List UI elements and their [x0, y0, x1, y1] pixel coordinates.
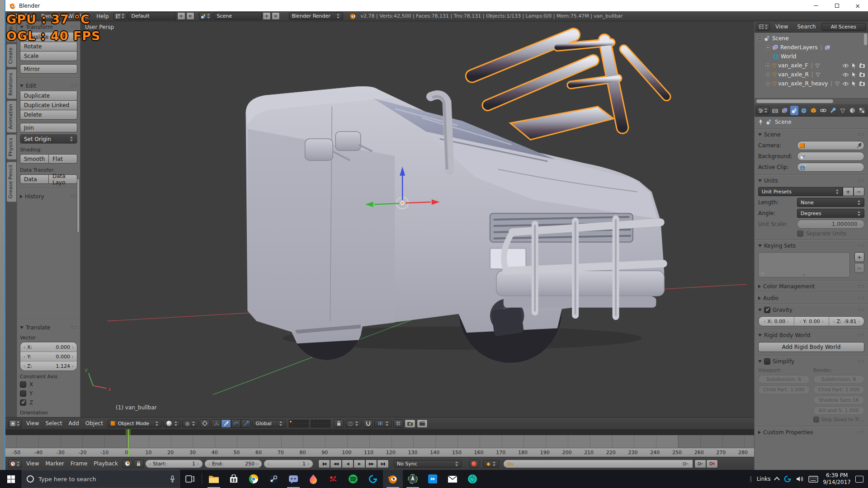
transform-button[interactable]: Rotate	[20, 42, 77, 52]
jump-to-start-button[interactable]: ▮◀	[318, 460, 330, 468]
keying-set-add-button[interactable]: +	[854, 252, 864, 262]
taskbar-clock[interactable]: 6:39 PM 9/14/2017	[823, 472, 851, 486]
render-engine-select[interactable]: Blender Render	[289, 12, 343, 20]
action-center-icon[interactable]	[855, 476, 863, 483]
proportional-edit-select[interactable]: ○	[345, 420, 362, 427]
background-field[interactable]	[797, 152, 864, 161]
outliner-vscrollbar[interactable]	[864, 33, 867, 45]
editor-type-info-button[interactable]	[7, 12, 20, 20]
axis-checkbox[interactable]	[20, 399, 26, 406]
sync-mode-select[interactable]: No Sync	[394, 460, 462, 468]
outliner-row-object[interactable]: + ▽ van_axle_F | ▽	[765, 61, 867, 70]
viewport-menu-item[interactable]: Object	[82, 420, 106, 427]
task-view-button[interactable]	[180, 470, 200, 488]
gravity-field[interactable]: ‹ X:0.00 ›	[759, 317, 794, 326]
timeline-menu-item[interactable]: View	[23, 460, 42, 467]
transform-panel-header[interactable]: Transform	[20, 23, 77, 32]
visibility-eye-icon[interactable]	[842, 73, 849, 77]
vector-field[interactable]: ‹X: 0.000›	[20, 342, 77, 352]
angle-select[interactable]: Degrees	[797, 209, 864, 218]
outliner-row-renderlayers[interactable]: + RenderLayers |	[765, 43, 867, 52]
expand-icon[interactable]: +	[765, 72, 770, 77]
gravity-field[interactable]: ‹ Z:-9.81 ›	[829, 317, 864, 326]
editor-type-outliner-button[interactable]	[757, 23, 770, 31]
tab-object-data[interactable]: ▽	[839, 106, 847, 115]
outliner-menu-item[interactable]: Search	[793, 23, 820, 30]
active-clip-field[interactable]	[797, 163, 864, 172]
manipulator-scale-button[interactable]	[241, 419, 251, 428]
color-management-panel-header[interactable]: Color Management	[758, 282, 864, 291]
collapse-icon[interactable]: −	[757, 36, 762, 41]
menu-item[interactable]: File	[21, 13, 38, 19]
outliner-row-scene[interactable]: − Scene	[757, 34, 867, 43]
viewport-menu-item[interactable]: Select	[42, 420, 65, 427]
delete-keyframe-button[interactable]	[706, 460, 718, 468]
volume-icon[interactable]	[796, 476, 804, 482]
history-panel-header[interactable]: History	[20, 192, 77, 201]
tab-render[interactable]	[771, 106, 779, 115]
add-rigid-body-world-button[interactable]: Add Rigid Body World	[758, 342, 864, 352]
snap-magnet-toggle[interactable]	[363, 419, 373, 428]
start-button[interactable]	[0, 470, 22, 488]
outliner-menu-item[interactable]: View	[771, 23, 793, 30]
visibility-eye-icon[interactable]	[842, 64, 849, 68]
data-transfer-layout-button[interactable]: Data Layo	[49, 174, 77, 184]
expand-icon[interactable]: +	[765, 81, 770, 86]
manipulator-translate-button[interactable]	[221, 419, 231, 428]
menu-item[interactable]: Help	[93, 13, 112, 19]
transform-button[interactable]: Scale	[20, 52, 77, 61]
renderability-camera-icon[interactable]	[859, 72, 865, 77]
renderability-camera-icon[interactable]	[859, 63, 865, 68]
visibility-eye-icon[interactable]	[842, 82, 849, 86]
axis-checkbox[interactable]	[20, 390, 26, 397]
world-label[interactable]: World	[781, 53, 796, 60]
tab-relations[interactable]: Relations	[7, 69, 17, 99]
expand-icon[interactable]: +	[765, 45, 770, 50]
edit-button[interactable]: Duplicate	[20, 91, 77, 101]
data-transfer-data-button[interactable]: Data	[20, 174, 49, 184]
start-frame-field[interactable]: ‹Start:1›	[145, 460, 203, 468]
simplify-checkbox[interactable]	[764, 358, 770, 365]
screen-layout-browse[interactable]	[113, 12, 127, 20]
editor-type-timeline-button[interactable]	[8, 460, 22, 468]
units-panel-header[interactable]: Units	[758, 176, 864, 185]
tab-material[interactable]	[848, 106, 856, 115]
unit-preset-add-button[interactable]: +	[843, 187, 854, 196]
microphone-icon[interactable]	[170, 475, 175, 483]
close-button[interactable]: ×	[847, 0, 868, 11]
active-keying-set-field[interactable]	[503, 460, 693, 468]
taskbar-app-discord[interactable]	[283, 470, 303, 488]
outliner-hscrollbar[interactable]	[755, 98, 868, 104]
gravity-checkbox[interactable]	[764, 307, 770, 313]
lock-to-scene-toggle[interactable]	[334, 419, 344, 428]
taskbar-search[interactable]: Type here to search	[22, 470, 180, 488]
tab-scene[interactable]	[790, 106, 798, 115]
tab-grease-pencil[interactable]: Grease Pencil	[7, 161, 17, 202]
links-toolbar[interactable]: Links	[757, 476, 771, 482]
edit-button[interactable]: Delete	[20, 110, 77, 120]
touch-keyboard-icon[interactable]	[808, 476, 818, 483]
maximize-button[interactable]	[826, 0, 847, 11]
renderlayers-label[interactable]: RenderLayers	[780, 44, 817, 51]
eyedropper-icon[interactable]	[857, 143, 862, 148]
object-name-label[interactable]: van_axle_R_heavy	[778, 80, 828, 87]
taskbar-app-chrome[interactable]	[244, 470, 264, 488]
selectability-cursor-icon[interactable]	[852, 81, 856, 87]
scene-add-button[interactable]: +	[263, 12, 271, 20]
opengl-render-anim-button[interactable]	[417, 419, 428, 428]
tab-modifiers[interactable]	[829, 106, 837, 115]
timeline-menu-item[interactable]: Playback	[90, 460, 121, 467]
scene-delete-button[interactable]: ×	[272, 12, 280, 20]
keying-set-remove-button[interactable]: −	[854, 263, 864, 273]
record-button[interactable]	[469, 460, 479, 468]
minimize-button[interactable]	[806, 0, 826, 11]
selectability-cursor-icon[interactable]	[852, 72, 856, 78]
outliner-row-world[interactable]: World	[773, 52, 867, 61]
manipulator-axes-icon[interactable]	[211, 419, 221, 428]
timeline-scrub-strip[interactable]	[5, 429, 754, 435]
axis-checkbox[interactable]	[20, 381, 26, 388]
next-keyframe-button[interactable]: ▶▶	[365, 460, 377, 468]
jump-to-end-button[interactable]: ▶▮	[377, 460, 389, 468]
scene-name[interactable]: Scene	[213, 12, 262, 20]
viewport-menu-item[interactable]: View	[23, 420, 42, 427]
